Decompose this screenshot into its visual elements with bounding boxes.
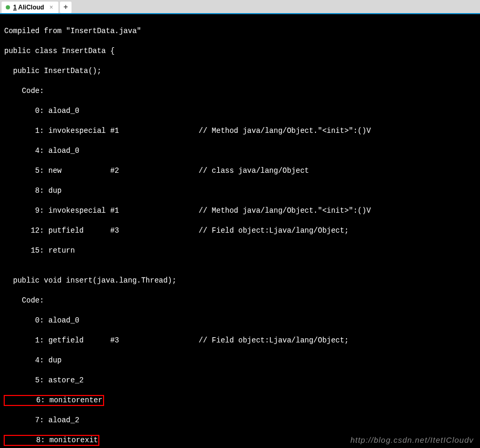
code-line: Code: (4, 86, 476, 96)
code-line: 12: putfield #3 // Field object:Ljava/la… (4, 226, 476, 236)
highlight-box: 6: monitorenter (4, 395, 104, 406)
code-line: 5: astore_2 (4, 376, 476, 386)
code-line: public void insert(java.lang.Thread); (4, 276, 476, 286)
code-line-highlighted: 6: monitorenter (4, 395, 476, 405)
code-line: public InsertData(); (4, 66, 476, 76)
code-line: public class InsertData { (4, 46, 476, 56)
code-line: 15: return (4, 246, 476, 256)
code-line: 1: invokespecial #1 // Method java/lang/… (4, 126, 476, 136)
code-line: 8: dup (4, 186, 476, 196)
tab-label: 1 AliCloud (13, 4, 44, 11)
watermark: http://blog.csdn.net/ItetICloudv (350, 435, 474, 445)
code-line: 4: dup (4, 356, 476, 366)
code-line: Code: (4, 296, 476, 306)
close-icon[interactable]: × (49, 4, 53, 11)
tab-bar: 1 AliCloud × + (0, 0, 480, 14)
code-line: 1: getfield #3 // Field object:Ljava/lan… (4, 336, 476, 346)
code-line: 5: new #2 // class java/lang/Object (4, 166, 476, 176)
status-dot-icon (6, 5, 10, 9)
new-tab-button[interactable]: + (60, 2, 72, 13)
code-line: 7: aload_2 (4, 415, 476, 425)
code-line: 4: aload_0 (4, 146, 476, 156)
code-line: 0: aload_0 (4, 316, 476, 326)
code-line: Compiled from "InsertData.java" (4, 26, 476, 36)
code-line: 0: aload_0 (4, 106, 476, 116)
code-editor[interactable]: Compiled from "InsertData.java" public c… (0, 14, 480, 448)
tab-alicloud[interactable]: 1 AliCloud × (2, 2, 58, 13)
highlight-box: 8: monitorexit (4, 435, 99, 446)
code-line: 9: invokespecial #1 // Method java/lang/… (4, 206, 476, 216)
